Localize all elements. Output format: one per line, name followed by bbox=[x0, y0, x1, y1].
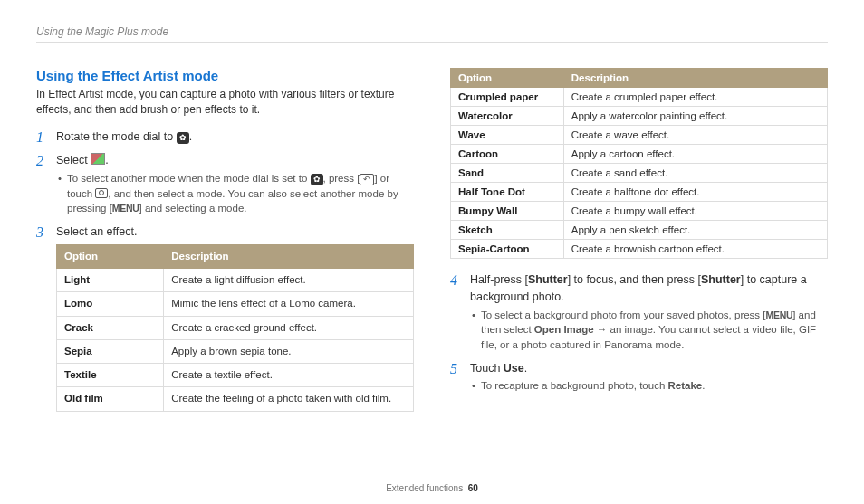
description-cell: Apply a watercolor painting effect. bbox=[563, 107, 827, 126]
th-option: Option bbox=[451, 69, 564, 88]
menu-label: MENU bbox=[112, 203, 139, 214]
step-2: Select . To select another mode when the… bbox=[36, 152, 414, 216]
table-row: TextileCreate a textile effect. bbox=[57, 364, 414, 387]
footer-label: Extended functions bbox=[386, 483, 463, 493]
option-cell: Old film bbox=[57, 387, 164, 411]
table-row: SepiaApply a brown sepia tone. bbox=[57, 339, 414, 363]
description-cell: Create a textile effect. bbox=[164, 364, 414, 387]
th-description: Description bbox=[563, 69, 827, 88]
description-cell: Apply a cartoon effect. bbox=[563, 145, 827, 164]
option-cell: Lomo bbox=[57, 292, 164, 316]
step-3-text: Select an effect. bbox=[56, 225, 137, 238]
option-cell: Light bbox=[57, 269, 164, 292]
description-cell: Apply a pen sketch effect. bbox=[563, 221, 827, 240]
option-cell: Sketch bbox=[451, 221, 564, 240]
description-cell: Create the feeling of a photo taken with… bbox=[164, 387, 414, 411]
table-row: Half Tone DotCreate a halftone dot effec… bbox=[451, 183, 828, 202]
table-row: Old filmCreate the feeling of a photo ta… bbox=[57, 387, 414, 411]
effects-table-1: Option Description LightCreate a light d… bbox=[56, 244, 414, 412]
option-cell: Sepia-Cartoon bbox=[451, 240, 564, 259]
menu-label: MENU bbox=[766, 309, 793, 320]
option-cell: Wave bbox=[451, 126, 564, 145]
mode-dial-icon: ✿ bbox=[311, 174, 323, 185]
description-cell: Create a halftone dot effect. bbox=[563, 183, 827, 202]
table-row: LomoMimic the lens effect of a Lomo came… bbox=[57, 292, 414, 316]
step-1-text: Rotate the mode dial to bbox=[56, 130, 177, 143]
palette-icon bbox=[91, 153, 105, 165]
step-4-note: To select a background photo from your s… bbox=[470, 308, 828, 353]
step-2-post: . bbox=[105, 154, 108, 166]
description-cell: Create a bumpy wall effect. bbox=[563, 202, 827, 221]
table-row: CrackCreate a cracked ground effect. bbox=[57, 316, 414, 339]
description-cell: Create a crumpled paper effect. bbox=[563, 88, 827, 107]
step-1: Rotate the mode dial to ✿. bbox=[36, 128, 414, 146]
step-2-text: Select bbox=[56, 154, 91, 166]
step-5-note: To recapture a background photo, touch R… bbox=[470, 378, 828, 394]
page-number: 60 bbox=[468, 483, 478, 493]
open-image-label: Open Image bbox=[534, 324, 594, 335]
page-footer: Extended functions 60 bbox=[0, 483, 864, 493]
description-cell: Mimic the lens effect of a Lomo camera. bbox=[164, 292, 414, 316]
description-cell: Create a brownish cartoon effect. bbox=[563, 240, 827, 259]
table-row: SketchApply a pen sketch effect. bbox=[451, 221, 828, 240]
table-row: CartoonApply a cartoon effect. bbox=[451, 145, 828, 164]
option-cell: Crumpled paper bbox=[451, 88, 564, 107]
camera-icon bbox=[95, 188, 108, 198]
step-5: Touch Use. To recapture a background pho… bbox=[450, 360, 828, 394]
shutter-label: Shutter bbox=[528, 273, 568, 286]
option-cell: Crack bbox=[57, 316, 164, 339]
table-row: Sepia-CartoonCreate a brownish cartoon e… bbox=[451, 240, 828, 259]
description-cell: Create a cracked ground effect. bbox=[164, 316, 414, 339]
option-cell: Sand bbox=[451, 164, 564, 183]
table-row: LightCreate a light diffusion effect. bbox=[57, 269, 414, 292]
th-description: Description bbox=[164, 244, 414, 268]
effects-table-2: Option Description Crumpled paperCreate … bbox=[450, 68, 828, 259]
breadcrumb: Using the Magic Plus mode bbox=[36, 25, 828, 43]
left-column: Using the Effect Artist mode In Effect A… bbox=[36, 68, 414, 419]
option-cell: Half Tone Dot bbox=[451, 183, 564, 202]
steps-list-cont: Half-press [Shutter] to focus, and then … bbox=[450, 271, 828, 394]
option-cell: Bumpy Wall bbox=[451, 202, 564, 221]
step-2-note: To select another mode when the mode dia… bbox=[56, 171, 414, 216]
mode-dial-icon: ✿ bbox=[177, 132, 189, 144]
section-title: Using the Effect Artist mode bbox=[36, 68, 414, 83]
table-row: SandCreate a sand effect. bbox=[451, 164, 828, 183]
table-row: WaveCreate a wave effect. bbox=[451, 126, 828, 145]
shutter-label: Shutter bbox=[701, 273, 741, 286]
back-icon: ↶ bbox=[360, 174, 374, 185]
description-cell: Create a wave effect. bbox=[563, 126, 827, 145]
steps-list: Rotate the mode dial to ✿. Select . To s… bbox=[36, 128, 414, 412]
table-row: Crumpled paperCreate a crumpled paper ef… bbox=[451, 88, 828, 107]
use-label: Use bbox=[504, 362, 524, 375]
description-cell: Create a light diffusion effect. bbox=[164, 269, 414, 292]
step-1-post: . bbox=[189, 130, 192, 143]
breadcrumb-text: Using the Magic Plus mode bbox=[36, 25, 168, 38]
retake-label: Retake bbox=[668, 380, 703, 391]
intro-text: In Effect Artist mode, you can capture a… bbox=[36, 87, 414, 118]
step-4: Half-press [Shutter] to focus, and then … bbox=[450, 271, 828, 353]
option-cell: Textile bbox=[57, 364, 164, 387]
option-cell: Sepia bbox=[57, 339, 164, 363]
description-cell: Create a sand effect. bbox=[563, 164, 827, 183]
description-cell: Apply a brown sepia tone. bbox=[164, 339, 414, 363]
table-row: Bumpy WallCreate a bumpy wall effect. bbox=[451, 202, 828, 221]
right-column: Option Description Crumpled paperCreate … bbox=[450, 68, 828, 419]
th-option: Option bbox=[57, 244, 164, 268]
option-cell: Cartoon bbox=[451, 145, 564, 164]
option-cell: Watercolor bbox=[451, 107, 564, 126]
table-row: WatercolorApply a watercolor painting ef… bbox=[451, 107, 828, 126]
step-3: Select an effect. Option Description Lig… bbox=[36, 223, 414, 412]
